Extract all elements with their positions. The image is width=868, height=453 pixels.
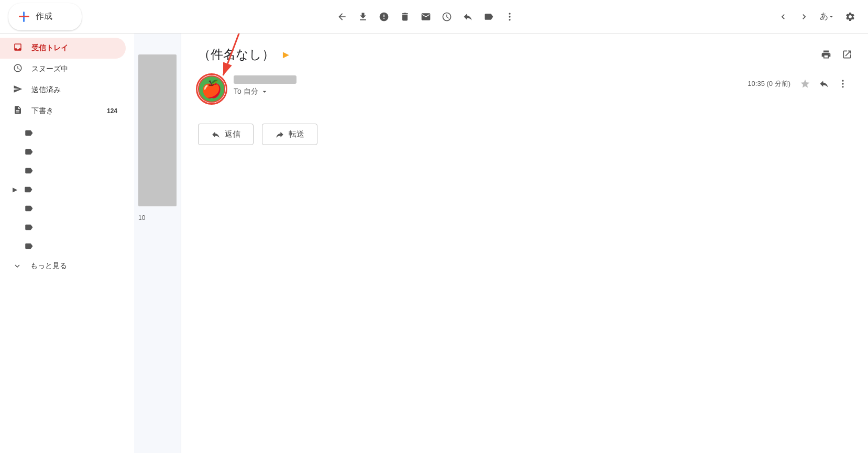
svg-point-1 bbox=[509, 16, 510, 17]
move-button[interactable] bbox=[458, 7, 477, 26]
email-importance-icon: ► bbox=[281, 49, 291, 61]
email-top-actions bbox=[818, 46, 855, 63]
drafts-label: 下書き bbox=[31, 106, 53, 116]
sidebar-item-sent[interactable]: 送信済み bbox=[0, 80, 126, 101]
sidebar-more-item[interactable]: もっと見る bbox=[0, 256, 134, 277]
settings-button[interactable] bbox=[841, 7, 860, 26]
timestamp-actions bbox=[797, 75, 851, 92]
sidebar-item-inbox[interactable]: 受信トレイ bbox=[0, 38, 126, 59]
sender-row: 🍎 To 自分 bbox=[198, 75, 851, 103]
forward-action-button[interactable]: 転送 bbox=[262, 124, 317, 145]
sender-info: To 自分 bbox=[234, 75, 739, 96]
star-button[interactable] bbox=[797, 75, 814, 92]
svg-point-6 bbox=[842, 83, 843, 84]
sender-timestamp: 10:35 (0 分前) bbox=[748, 75, 851, 92]
label-button[interactable] bbox=[479, 7, 498, 26]
delete-button[interactable] bbox=[395, 7, 414, 26]
open-new-window-button[interactable] bbox=[839, 46, 855, 63]
email-list-placeholder bbox=[138, 54, 177, 206]
svg-point-2 bbox=[509, 19, 510, 20]
forward-action-label: 転送 bbox=[289, 129, 304, 139]
sidebar-item-drafts[interactable]: 下書き 124 bbox=[0, 101, 126, 121]
sender-avatar[interactable]: 🍎 bbox=[198, 75, 225, 103]
snoozed-icon bbox=[13, 63, 23, 75]
sent-icon bbox=[13, 84, 23, 96]
sidebar-folder-3[interactable] bbox=[0, 161, 134, 180]
email-timestamp: 10:35 (0 分前) bbox=[748, 79, 790, 89]
inbox-icon bbox=[13, 42, 23, 54]
folder-4-arrow: ▶ bbox=[13, 186, 17, 193]
email-subject-title: （件名なし） bbox=[198, 46, 274, 63]
font-button[interactable]: あ bbox=[816, 7, 839, 26]
to-text: To 自分 bbox=[234, 87, 258, 96]
snoozed-label: スヌーズ中 bbox=[31, 64, 68, 74]
sidebar-folder-2[interactable] bbox=[0, 142, 134, 161]
drafts-icon bbox=[13, 105, 23, 117]
sidebar-folder-4[interactable]: ▶ bbox=[0, 180, 134, 199]
sidebar-item-snoozed[interactable]: スヌーズ中 bbox=[0, 59, 126, 80]
reply-button[interactable] bbox=[816, 75, 832, 92]
compose-label: 作成 bbox=[36, 11, 52, 22]
print-button[interactable] bbox=[818, 46, 834, 63]
inbox-label: 受信トレイ bbox=[31, 43, 68, 53]
sidebar: 受信トレイ スヌーズ中 送信済み 下書き 124 bbox=[0, 34, 134, 453]
font-label: あ bbox=[820, 11, 828, 22]
more-label: もっと見る bbox=[30, 261, 67, 271]
sender-avatar-container: 🍎 bbox=[198, 75, 225, 103]
email-detail: （件名なし） ► 🍎 bbox=[181, 34, 868, 453]
sidebar-folder-1[interactable] bbox=[0, 124, 134, 142]
email-list-panel: 10 bbox=[134, 34, 181, 453]
toolbar: 作成 bbox=[0, 0, 868, 34]
svg-point-5 bbox=[842, 80, 843, 82]
drafts-badge: 124 bbox=[107, 107, 117, 115]
reply-action-button[interactable]: 返信 bbox=[198, 124, 254, 145]
more-actions-button[interactable] bbox=[500, 7, 519, 26]
sender-name-placeholder bbox=[234, 75, 296, 84]
email-list-count: 10 bbox=[138, 214, 145, 222]
sent-label: 送信済み bbox=[31, 85, 61, 95]
avatar-emoji: 🍎 bbox=[201, 79, 222, 99]
toolbar-right-icons: あ bbox=[774, 7, 860, 26]
svg-point-7 bbox=[842, 86, 843, 87]
toolbar-action-icons bbox=[333, 7, 519, 26]
sidebar-folder-7[interactable] bbox=[0, 237, 134, 256]
sidebar-folder-6[interactable] bbox=[0, 218, 134, 237]
reply-action-label: 返信 bbox=[225, 129, 240, 139]
back-button[interactable] bbox=[333, 7, 351, 26]
next-email-button[interactable] bbox=[795, 7, 814, 26]
alert-button[interactable] bbox=[375, 7, 393, 26]
sender-to-row: To 自分 bbox=[234, 87, 739, 96]
mark-unread-button[interactable] bbox=[416, 7, 435, 26]
sidebar-folder-5[interactable] bbox=[0, 199, 134, 218]
more-actions-email-button[interactable] bbox=[834, 75, 851, 92]
compose-button[interactable]: 作成 bbox=[8, 3, 82, 30]
email-subject-row: （件名なし） ► bbox=[198, 46, 851, 63]
email-actions-row: 返信 転送 bbox=[198, 124, 851, 145]
compose-plus-icon bbox=[17, 9, 31, 24]
snooze-button[interactable] bbox=[437, 7, 456, 26]
main-layout: 受信トレイ スヌーズ中 送信済み 下書き 124 bbox=[0, 34, 868, 453]
sidebar-folders: ▶ bbox=[0, 121, 134, 256]
download-button[interactable] bbox=[354, 7, 372, 26]
to-dropdown-button[interactable] bbox=[260, 87, 269, 96]
prev-email-button[interactable] bbox=[774, 7, 793, 26]
svg-point-0 bbox=[509, 13, 510, 14]
